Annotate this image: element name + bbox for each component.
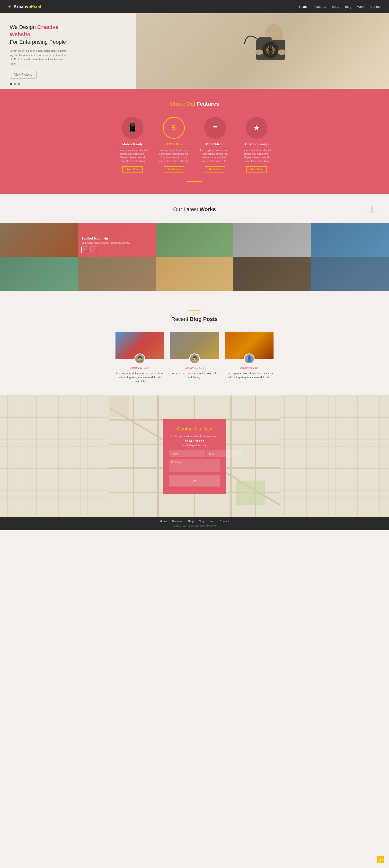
view-projects-button[interactable]: View Projects (10, 71, 36, 79)
hero-camera-svg (229, 17, 297, 85)
blog-text-3: Lorem ipsum dolor sit amet, consectetur … (225, 371, 273, 379)
blog-title-suffix: Blog Posts (190, 316, 218, 322)
design-icon-circle: ★ (245, 117, 267, 139)
nav-item-shop[interactable]: Shop (331, 5, 340, 8)
css3-icon-circle: ≡ (204, 117, 226, 139)
feature-btn-mobile[interactable]: Read More (122, 166, 143, 173)
works-prev-button[interactable]: ‹ (365, 206, 371, 213)
blog-avatar-1: 👩 (134, 353, 145, 364)
works-yellow-line (188, 219, 201, 219)
footer-nav: Home Features Shop Blog Work Contact (10, 520, 379, 523)
svg-rect-2 (258, 37, 272, 42)
nav-link-blog[interactable]: Blog (345, 4, 352, 10)
feature-btn-html5[interactable]: Read More (163, 166, 184, 173)
works-grid: Beatiful Mountain Something more beautif… (0, 223, 389, 291)
footer-nav-shop[interactable]: Shop (187, 520, 194, 523)
features-grid: 📱 Mobile Ready Lorem ipsum dolor sit ame… (10, 117, 379, 173)
feature-desc-css3: Lorem ipsum dolor sit amet, consectetur … (198, 149, 232, 163)
feature-btn-css3[interactable]: Read More (205, 166, 225, 173)
logo[interactable]: ✦ KreativePixel (7, 4, 41, 10)
footer-nav-contact[interactable]: Contact (220, 520, 229, 523)
hero-section: We Design Creative Website For Enterpris… (0, 13, 389, 89)
contact-title: Contact Us Now (169, 426, 220, 431)
footer: Home Features Shop Blog Work Contact Kre… (0, 517, 389, 530)
features-title-prefix: Check Out (170, 101, 197, 107)
feature-btn-design[interactable]: Read More (246, 166, 266, 173)
logo-text: KreativePixel (13, 4, 41, 9)
footer-nav-features[interactable]: Features (172, 520, 182, 523)
footer-nav-blog[interactable]: Blog (199, 520, 204, 523)
work-item-5[interactable] (311, 223, 389, 257)
nav-item-blog[interactable]: Blog (345, 5, 352, 8)
nav-link-home[interactable]: Home (299, 4, 308, 10)
nav-item-work[interactable]: Work (357, 5, 365, 8)
nav-item-features[interactable]: Features (313, 5, 326, 8)
feature-card-design: ★ Amazing design Lorem ipsum dolor sit a… (239, 117, 273, 173)
nav-menu: Home Features Shop Blog Work Contact (299, 5, 382, 8)
logo-kreative: Kreative (13, 4, 31, 9)
work-item-7[interactable] (78, 257, 156, 291)
work-item-8[interactable] (156, 257, 233, 291)
features-title-suffix: Features (197, 101, 219, 107)
footer-nav-home[interactable]: Home (160, 520, 167, 523)
blog-card-2: 👨 January 10, 2014 Lorem ipsum dolor sit… (170, 332, 219, 383)
work-item-10[interactable] (311, 257, 389, 291)
works-next-button[interactable]: › (372, 206, 379, 213)
nav-item-home[interactable]: Home (299, 5, 308, 8)
blog-avatar-3: 👤 (244, 353, 255, 364)
work-item-4[interactable] (233, 223, 311, 257)
contact-message-textarea[interactable] (169, 459, 220, 472)
feature-title-css3: CSS3 Magic (198, 142, 232, 146)
nav-link-shop[interactable]: Shop (331, 4, 340, 10)
feature-title-html5: HTML5 Valid (157, 142, 191, 146)
blog-header: Recent Blog Posts (10, 310, 379, 322)
navbar: ✦ KreativePixel Home Features Shop Blog … (0, 0, 389, 13)
footer-nav-work[interactable]: Work (209, 520, 215, 523)
blog-title: Recent Blog Posts (10, 316, 379, 322)
works-title: Our Latest Works (173, 206, 216, 213)
nav-link-work[interactable]: Work (357, 4, 365, 10)
contact-address: Lorem ipsum address line 1, address line… (169, 434, 220, 438)
logo-icon: ✦ (7, 4, 12, 10)
nav-link-features[interactable]: Features (313, 4, 326, 10)
work-item-9[interactable] (233, 257, 311, 291)
blog-grid: 👩 January 13, 2014 Lorem ipsum dolor sit… (10, 332, 379, 383)
work-link-button-2[interactable]: 🔗 (90, 247, 97, 253)
svg-rect-24 (236, 480, 265, 505)
blog-title-prefix: Recent (171, 316, 190, 322)
svg-point-9 (271, 47, 273, 49)
nav-item-contact[interactable]: Contact (370, 5, 382, 8)
work-item-2[interactable]: Beatiful Mountain Something more beautif… (78, 223, 156, 257)
footer-copyright: KreativePixel © 2014 All Rights Reserved… (10, 525, 379, 527)
hero-title-prefix: We Design (10, 24, 37, 30)
hero-content: We Design Creative Website For Enterpris… (0, 14, 78, 88)
works-navigation: ‹ › (365, 206, 379, 213)
work-item-1[interactable] (0, 223, 78, 257)
blog-card-1: 👩 January 13, 2014 Lorem ipsum dolor sit… (116, 332, 164, 383)
html5-icon-circle: 5 (163, 117, 185, 139)
blog-card-3: 👤 January 09, 2014 Lorem ipsum dolor sit… (225, 332, 273, 383)
logo-pixel: Pixel (31, 4, 41, 9)
feature-title-mobile: Mobile Ready (116, 142, 150, 146)
contact-email-input[interactable] (207, 450, 242, 457)
svg-point-11 (278, 49, 286, 55)
contact-submit-button[interactable]: ✉ (169, 475, 220, 486)
work-item-3[interactable] (156, 223, 233, 257)
features-section: Check Out Features 📱 Mobile Ready Lorem … (0, 89, 389, 194)
contact-name-input[interactable] (169, 450, 205, 457)
hero-title: We Design Creative Website For Enterpris… (10, 24, 68, 46)
contact-form: ✉ (169, 450, 220, 486)
nav-link-contact[interactable]: Contact (370, 4, 382, 10)
work-search-button-2[interactable]: 🔍 (82, 247, 88, 253)
work-overlay-title-2: Beatiful Mountain (82, 237, 152, 240)
blog-text-1: Lorem ipsum dolor sit amet, consectetur … (116, 371, 164, 383)
feature-title-design: Amazing design (239, 142, 273, 146)
css3-icon: ≡ (213, 124, 217, 132)
work-item-6[interactable] (0, 257, 78, 291)
hero-title-line2: For Enterprising People (10, 39, 66, 45)
mobile-icon-circle: 📱 (122, 117, 144, 139)
contact-name-email-row (169, 450, 220, 457)
contact-phone: 0414 459 237 (169, 439, 220, 443)
works-header: Our Latest Works ‹ › (0, 206, 389, 213)
features-bottom-accent (187, 181, 202, 182)
